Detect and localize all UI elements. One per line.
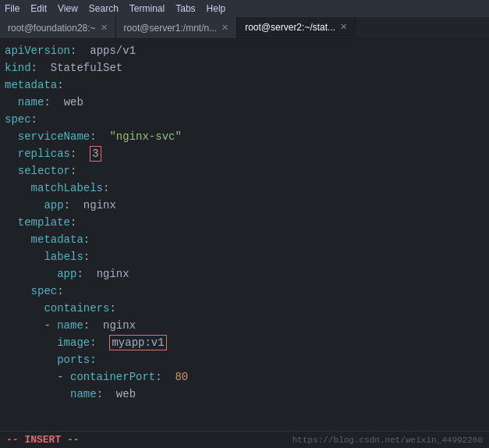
val-replicas: 3 [90, 146, 101, 162]
line-10: app: nginx [5, 197, 484, 214]
kw-spec-2: spec [31, 283, 58, 300]
kw-matchlabels: matchLabels [31, 180, 103, 197]
line-12: metadata: [5, 231, 484, 248]
line-20: - containerPort: 80 [5, 368, 484, 386]
kw-servicename: serviceName [18, 128, 90, 145]
kw-containerport: containerPort [70, 368, 155, 386]
line-17: - name: nginx [5, 317, 484, 334]
tab-1-label: root@foundation28:~ [8, 23, 96, 34]
kw-image: image [57, 334, 90, 351]
line-1: apiVersion: apps/v1 [5, 42, 484, 59]
kw-app-1: app [44, 197, 63, 214]
tab-3[interactable]: root@server2:~/stat... ✕ [237, 17, 356, 38]
kw-kind: kind [5, 59, 31, 76]
line-11: template: [5, 214, 484, 231]
line-15: spec: [5, 283, 484, 300]
terminal-content: apiVersion: apps/v1 kind: StatefulSet me… [0, 39, 489, 431]
tab-3-close[interactable]: ✕ [340, 22, 347, 32]
tab-1[interactable]: root@foundation28:~ ✕ [0, 17, 116, 38]
line-4: name: web [5, 94, 484, 111]
line-21: name: web [5, 386, 484, 403]
line-14: app: nginx [5, 265, 484, 283]
menu-search[interactable]: Search [89, 3, 119, 14]
kw-metadata-2: metadata [31, 231, 83, 248]
menu-help[interactable]: Help [207, 3, 226, 14]
line-19: ports: [5, 351, 484, 368]
insert-mode-indicator: -- INSERT -- [6, 434, 80, 446]
val-containerport: 80 [175, 368, 188, 386]
menu-file[interactable]: File [5, 3, 19, 14]
kw-name: name [18, 94, 44, 111]
tabbar: root@foundation28:~ ✕ root@server1:/mnt/… [0, 17, 489, 39]
menu-tabs[interactable]: Tabs [175, 3, 195, 14]
kw-name-2: name [57, 317, 83, 334]
tab-2[interactable]: root@server1:/mnt/n... ✕ [116, 17, 238, 38]
status-url: https://blog.csdn.net/weixin_44992260 [292, 436, 483, 445]
kw-metadata: metadata [5, 76, 57, 94]
line-5: spec: [5, 111, 484, 128]
line-9: matchLabels: [5, 180, 484, 197]
menubar: File Edit View Search Terminal Tabs Help [0, 0, 489, 17]
kw-selector: selector [18, 162, 70, 180]
val-image: myapp:v1 [109, 335, 166, 350]
tab-2-close[interactable]: ✕ [221, 23, 229, 33]
menu-view[interactable]: View [58, 3, 78, 14]
kw-labels: labels [44, 248, 83, 265]
line-6: serviceName: "nginx-svc" [5, 128, 484, 145]
tab-3-label: root@server2:~/stat... [245, 22, 335, 33]
kw-name-3: name [70, 386, 97, 403]
line-7: replicas: 3 [5, 145, 484, 162]
tab-1-close[interactable]: ✕ [101, 23, 108, 33]
kw-app-2: app [57, 265, 76, 283]
kw-template: template [18, 214, 70, 231]
kw-spec: spec [5, 111, 31, 128]
menu-terminal[interactable]: Terminal [129, 3, 165, 14]
kw-apiversion: apiVersion [5, 42, 70, 59]
line-16: containers: [5, 300, 484, 317]
kw-containers: containers [44, 300, 109, 317]
val-servicename: "nginx-svc" [109, 128, 181, 145]
tab-2-label: root@server1:/mnt/n... [124, 23, 218, 34]
kw-ports: ports [57, 351, 90, 368]
menu-edit[interactable]: Edit [30, 3, 47, 14]
line-3: metadata: [5, 76, 484, 94]
statusbar: -- INSERT -- https://blog.csdn.net/weixi… [0, 431, 489, 448]
line-8: selector: [5, 162, 484, 180]
line-13: labels: [5, 248, 484, 265]
line-2: kind: StatefulSet [5, 59, 484, 76]
kw-replicas: replicas [18, 145, 70, 162]
line-18: image: myapp:v1 [5, 334, 484, 351]
